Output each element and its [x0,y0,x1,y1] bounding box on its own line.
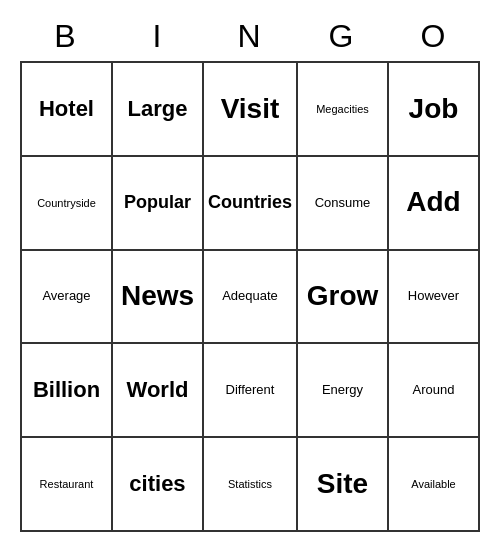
cell-r2-c0: Average [22,251,113,345]
cell-r3-c1: World [113,344,204,438]
cell-text: News [121,281,194,312]
cell-r3-c4: Around [389,344,480,438]
cell-r1-c4: Add [389,157,480,251]
cell-text: Restaurant [40,478,94,490]
cell-text: Grow [307,281,379,312]
cell-r2-c1: News [113,251,204,345]
cell-text: However [408,289,459,303]
cell-text: Popular [124,193,191,213]
cell-r4-c4: Available [389,438,480,532]
header-letter: N [204,12,296,61]
cell-r1-c0: Countryside [22,157,113,251]
cell-text: Megacities [316,103,369,115]
cell-text: Hotel [39,97,94,121]
cell-text: Different [226,383,275,397]
cell-r4-c1: cities [113,438,204,532]
cell-r3-c3: Energy [298,344,389,438]
header-letter: O [388,12,480,61]
bingo-header: BINGO [20,12,480,61]
cell-text: Energy [322,383,363,397]
cell-text: Countryside [37,197,96,209]
header-letter: I [112,12,204,61]
header-letter: B [20,12,112,61]
header-letter: G [296,12,388,61]
cell-r1-c3: Consume [298,157,389,251]
cell-text: Average [42,289,90,303]
cell-text: Job [409,94,459,125]
cell-r4-c2: Statistics [204,438,298,532]
bingo-grid: HotelLargeVisitMegacitiesJobCountrysideP… [20,61,480,532]
cell-text: Large [128,97,188,121]
cell-text: Billion [33,378,100,402]
cell-r3-c0: Billion [22,344,113,438]
cell-r4-c0: Restaurant [22,438,113,532]
cell-r0-c1: Large [113,63,204,157]
cell-text: Add [406,187,460,218]
cell-r0-c0: Hotel [22,63,113,157]
cell-r2-c2: Adequate [204,251,298,345]
cell-text: Visit [221,94,280,125]
cell-text: Consume [315,196,371,210]
cell-r3-c2: Different [204,344,298,438]
cell-r2-c3: Grow [298,251,389,345]
cell-text: cities [129,472,185,496]
cell-text: Countries [208,193,292,213]
cell-r2-c4: However [389,251,480,345]
cell-r0-c2: Visit [204,63,298,157]
cell-r1-c1: Popular [113,157,204,251]
cell-text: World [127,378,189,402]
cell-text: Statistics [228,478,272,490]
cell-r4-c3: Site [298,438,389,532]
cell-r0-c4: Job [389,63,480,157]
cell-text: Around [413,383,455,397]
cell-text: Available [411,478,455,490]
cell-r1-c2: Countries [204,157,298,251]
cell-text: Adequate [222,289,278,303]
bingo-card: BINGO HotelLargeVisitMegacitiesJobCountr… [20,12,480,532]
cell-r0-c3: Megacities [298,63,389,157]
cell-text: Site [317,469,368,500]
